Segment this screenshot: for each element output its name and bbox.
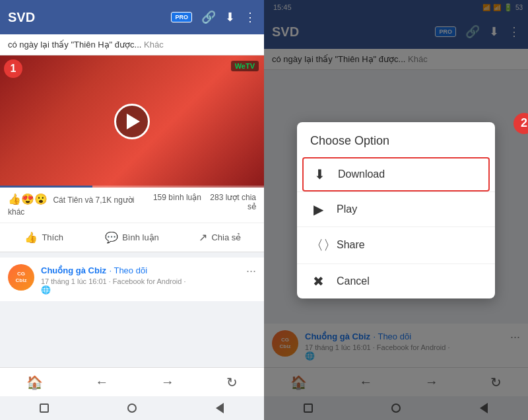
share-icon: ↗	[199, 231, 207, 244]
left-poster-name[interactable]: Chuồng gà Cbiz	[41, 265, 106, 275]
cancel-option[interactable]: ✖ Cancel	[297, 263, 495, 298]
left-action-buttons: 👍 Thích 💬 Bình luận ↗ Chia sẻ	[0, 223, 264, 252]
left-top-bar-icons: PRO 🔗 ⬇ ⋮	[171, 10, 256, 24]
back-nav-icon[interactable]: ←	[95, 374, 108, 390]
left-bottom-nav: 🏠 ← → ↻	[0, 367, 264, 396]
left-android-nav	[0, 396, 264, 420]
choose-option-modal: Choose Option ⬇ Download ▶ Play 〈〉 Share	[297, 122, 495, 298]
refresh-nav-icon[interactable]: ↻	[226, 374, 238, 390]
left-post-header: có ngày lại thấy "Thiên Hạ" được... Khác	[0, 34, 264, 55]
share-button[interactable]: ↗ Chia sẻ	[176, 226, 264, 249]
recents-icon	[40, 403, 49, 413]
modal-wrapper: Choose Option ⬇ Download ▶ Play 〈〉 Share	[297, 122, 495, 298]
left-poster-avatar: CGCbiz	[8, 264, 34, 291]
share-option-icon: 〈〉	[310, 236, 326, 254]
download-option-icon: ⬇	[312, 166, 327, 182]
home-nav-icon[interactable]: 🏠	[26, 374, 43, 390]
left-video-area[interactable]: 1 WeTV	[0, 55, 264, 188]
play-option[interactable]: ▶ Play	[297, 192, 495, 227]
left-avatar-text: CGCbiz	[16, 271, 27, 283]
left-home-button[interactable]	[125, 402, 139, 415]
back-icon	[216, 403, 224, 413]
left-reactions-bar: 👍😍😮 Cát Tiên và 7,1K người khác 159 bình…	[0, 188, 264, 223]
left-poster-meta: 17 tháng 1 lúc 16:01 · Facebook for Andr…	[41, 277, 240, 285]
link-icon-left[interactable]: 🔗	[201, 10, 216, 24]
play-option-label: Play	[337, 203, 357, 215]
download-option[interactable]: ⬇ Download	[302, 157, 490, 192]
comments-shares: 159 bình luận 283 lượt chia sẻ	[147, 193, 256, 217]
left-poster-details: Chuồng gà Cbiz · Theo dõi 17 tháng 1 lúc…	[41, 264, 240, 295]
play-triangle-icon	[127, 114, 140, 129]
like-icon: 👍	[24, 231, 38, 244]
reaction-emojis: 👍😍😮	[8, 193, 48, 205]
comment-icon: 💬	[105, 231, 118, 244]
play-option-icon: ▶	[310, 201, 326, 217]
video-progress-bar	[0, 186, 264, 188]
right-panel: 15:45 📶 📶 🔋 53 SVD PRO 🔗 ⬇ ⋮ có ngày lại…	[264, 0, 528, 420]
left-poster-info: CGCbiz Chuồng gà Cbiz · Theo dõi 17 thán…	[0, 258, 264, 301]
play-button-left[interactable]	[114, 104, 150, 139]
pro-badge-left: PRO	[171, 12, 192, 22]
left-top-bar: SVD PRO 🔗 ⬇ ⋮	[0, 0, 264, 34]
wetv-badge: WeTV	[231, 61, 259, 71]
left-poster-globe: 🌐	[41, 285, 240, 295]
video-progress-fill	[0, 186, 92, 188]
share-label: Chia sẻ	[211, 232, 241, 242]
modal-overlay[interactable]: Choose Option ⬇ Download ▶ Play 〈〉 Share	[264, 0, 528, 420]
like-label: Thích	[42, 232, 63, 242]
forward-nav-icon[interactable]: →	[161, 374, 174, 390]
step-number-1: 1	[4, 59, 22, 78]
modal-title: Choose Option	[297, 122, 495, 157]
download-option-label: Download	[338, 168, 385, 180]
home-icon	[127, 403, 137, 413]
like-button[interactable]: 👍 Thích	[0, 226, 88, 249]
left-post-title: có ngày lại thấy "Thiên Hạ" được...	[8, 40, 141, 50]
reaction-row: 👍😍😮 Cát Tiên và 7,1K người khác 159 bình…	[8, 193, 256, 217]
comments-count: 159 bình luận	[153, 193, 201, 202]
comment-label: Bình luận	[122, 232, 159, 242]
left-panel: SVD PRO 🔗 ⬇ ⋮ có ngày lại thấy "Thiên Hạ…	[0, 0, 264, 420]
left-post-category: Khác	[144, 40, 164, 50]
left-video-thumbnail: 1 WeTV	[0, 55, 264, 188]
left-recents-button[interactable]	[38, 402, 51, 415]
cancel-option-icon: ✖	[310, 273, 326, 289]
share-option[interactable]: 〈〉 Share	[297, 227, 495, 263]
left-poster-more[interactable]: ···	[246, 264, 256, 278]
share-option-label: Share	[337, 239, 365, 251]
left-back-button[interactable]	[213, 402, 226, 415]
shares-count: 283 lượt chia sẻ	[210, 193, 256, 211]
likes-info: 👍😍😮 Cát Tiên và 7,1K người khác	[8, 193, 147, 217]
cancel-option-label: Cancel	[337, 275, 370, 287]
comment-button[interactable]: 💬 Bình luận	[88, 226, 176, 249]
download-icon-left[interactable]: ⬇	[225, 10, 235, 24]
more-icon-left[interactable]: ⋮	[244, 10, 256, 24]
left-poster-follow[interactable]: · Theo dõi	[109, 265, 147, 275]
step-number-2: 2	[513, 113, 528, 134]
left-app-title: SVD	[8, 10, 164, 25]
